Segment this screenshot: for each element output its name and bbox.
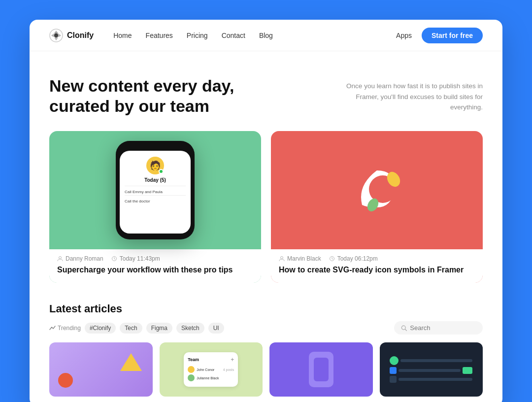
svg-point-7 <box>281 256 283 259</box>
team-member-1: John Conor 4 posts <box>188 366 234 373</box>
featured-card-2[interactable]: Marvin Black Today 06:12pm How to create… <box>271 131 483 283</box>
article-thumb-2[interactable]: Team + John Conor 4 posts Julianne Black <box>160 342 263 397</box>
latest-articles-title: Latest articles <box>49 302 483 315</box>
team-plus-icon: + <box>231 356 234 363</box>
card-1-time: Today 11:43pm <box>111 255 160 262</box>
thumb-3-content <box>269 342 373 397</box>
dark-square <box>390 367 397 374</box>
clock-icon <box>111 256 117 262</box>
article-thumb-3[interactable] <box>269 342 373 397</box>
hero-description: Once you learn how fast it is to publish… <box>335 76 483 113</box>
article-thumbnails-grid: Team + John Conor 4 posts Julianne Black <box>49 342 483 402</box>
card-2-thumbnail <box>271 131 483 249</box>
person-icon <box>57 256 63 262</box>
article-thumb-4[interactable] <box>380 342 483 397</box>
svg-point-2 <box>59 256 62 259</box>
tag-figma[interactable]: Figma <box>146 323 172 334</box>
card-1-title: Supercharge your workflow with these pro… <box>57 265 253 275</box>
card-2-time-value: Today 06:12pm <box>337 255 378 262</box>
avatar-status-dot <box>159 169 164 174</box>
team-member-2: Julianne Black <box>188 374 234 381</box>
search-input[interactable] <box>410 324 476 332</box>
tags-row: Trending #Clonify Tech Figma Sketch UI <box>49 323 224 334</box>
dark-row-3 <box>390 376 472 383</box>
member-avatar-2 <box>188 374 195 381</box>
nav-features[interactable]: Features <box>146 32 173 39</box>
card-2-time: Today 06:12pm <box>329 255 378 262</box>
card-2-author: Marvin Black <box>279 255 321 262</box>
card-1-meta: Danny Roman Today 11:43pm Supercharge yo… <box>49 249 261 283</box>
nav-links: Home Features Pricing Contact Blog <box>113 32 396 39</box>
dark-line-2 <box>399 369 461 372</box>
hero-section: New content every day, curated by our te… <box>30 51 502 131</box>
member-name-1: John Conor <box>197 368 214 371</box>
team-label: Team <box>188 357 199 362</box>
team-card-header: Team + <box>188 356 234 363</box>
phone-divider <box>125 186 186 186</box>
dark-badge <box>463 367 472 374</box>
dark-row-2 <box>390 367 472 374</box>
triangle-shape <box>120 353 142 371</box>
card-1-author: Danny Roman <box>57 255 103 262</box>
nav-home[interactable]: Home <box>113 32 132 39</box>
trending-icon <box>49 325 56 331</box>
tag-tech[interactable]: Tech <box>120 323 142 334</box>
browser-window: Clonify Home Features Pricing Contact Bl… <box>30 20 502 402</box>
featured-card-1[interactable]: 🧑 Today (5) Call Emmy and Paula Call the… <box>49 131 261 283</box>
apps-link[interactable]: Apps <box>396 32 412 39</box>
phone-shape-icon <box>309 352 333 387</box>
card-2-title: How to create SVG-ready icon symbols in … <box>279 265 475 275</box>
svg-line-10 <box>405 329 406 331</box>
avatar: 🧑 <box>146 157 164 174</box>
person-icon-2 <box>279 256 285 262</box>
nav-contact[interactable]: Contact <box>222 32 245 39</box>
card-1-thumbnail: 🧑 Today (5) Call Emmy and Paula Call the… <box>49 131 261 249</box>
featured-cards-row: 🧑 Today (5) Call Emmy and Paula Call the… <box>30 131 502 293</box>
dark-mock <box>390 356 472 383</box>
phone-divider-2 <box>125 195 186 196</box>
dark-line-1 <box>400 359 472 362</box>
dark-circle-1 <box>390 356 399 365</box>
nav-right: Apps Start for free <box>396 28 483 43</box>
search-box[interactable] <box>394 321 483 335</box>
phone-notch <box>140 141 170 148</box>
hero-title: New content every day, curated by our te… <box>49 76 236 116</box>
leaf-icon <box>347 161 406 220</box>
latest-articles-section: Latest articles Trending #Clonify Tech F… <box>30 293 502 402</box>
nav-pricing[interactable]: Pricing <box>187 32 208 39</box>
card-2-author-row: Marvin Black Today 06:12pm <box>279 255 475 262</box>
phone-today-label: Today (5) <box>144 177 166 183</box>
navbar: Clonify Home Features Pricing Contact Bl… <box>30 20 502 51</box>
tag-ui[interactable]: UI <box>208 323 224 334</box>
card-1-time-value: Today 11:43pm <box>120 255 160 262</box>
logo[interactable]: Clonify <box>49 29 94 42</box>
card-2-author-name: Marvin Black <box>287 255 321 262</box>
nav-blog[interactable]: Blog <box>259 32 273 39</box>
phone-screen: 🧑 Today (5) Call Emmy and Paula Call the… <box>120 151 191 234</box>
phone-mockup: 🧑 Today (5) Call Emmy and Paula Call the… <box>116 141 195 239</box>
phone-task-1: Call Emmy and Paula <box>125 189 186 195</box>
dark-line-3 <box>399 378 472 381</box>
tags-search-row: Trending #Clonify Tech Figma Sketch UI <box>49 321 483 335</box>
logo-icon <box>49 29 63 42</box>
article-thumb-1[interactable] <box>49 342 153 397</box>
dark-row-1 <box>390 356 472 365</box>
card-1-author-name: Danny Roman <box>66 255 103 262</box>
team-card-mock: Team + John Conor 4 posts Julianne Black <box>184 352 238 387</box>
member-name-2: Julianne Black <box>197 376 219 380</box>
start-for-free-button[interactable]: Start for free <box>422 28 483 43</box>
circle-shape <box>58 373 73 388</box>
trending-label: Trending <box>49 325 81 332</box>
search-icon <box>401 325 407 332</box>
tag-clonify[interactable]: #Clonify <box>85 323 116 334</box>
card-1-author-row: Danny Roman Today 11:43pm <box>57 255 253 262</box>
clock-icon-2 <box>329 256 335 262</box>
member-avatar-1 <box>188 366 195 373</box>
dark-square-2 <box>390 376 397 383</box>
card-2-meta: Marvin Black Today 06:12pm How to create… <box>271 249 483 283</box>
tag-sketch[interactable]: Sketch <box>176 323 204 334</box>
phone-inner <box>314 358 329 381</box>
phone-task-2: Call the doctor <box>125 198 186 204</box>
member-role-1: 4 posts <box>223 368 234 371</box>
